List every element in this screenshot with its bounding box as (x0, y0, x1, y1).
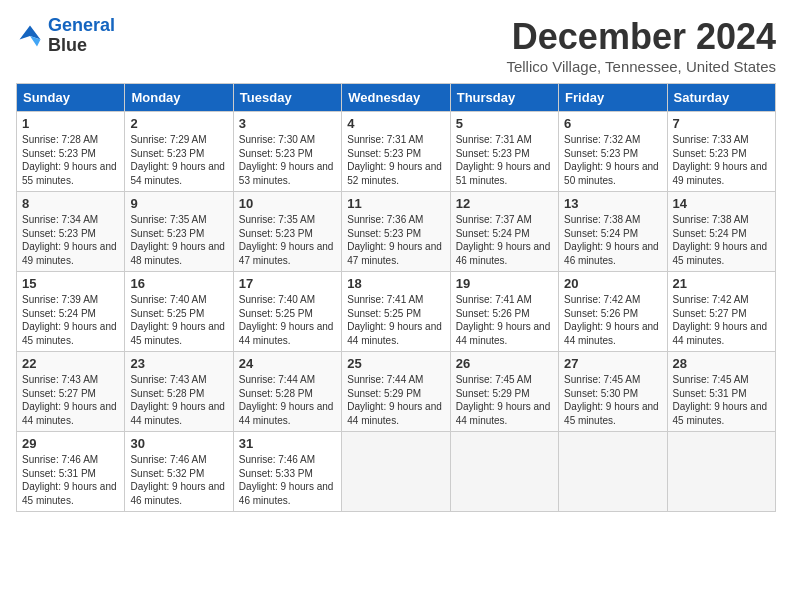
day-number: 7 (673, 116, 770, 131)
day-number: 1 (22, 116, 119, 131)
calendar-cell: 27 Sunrise: 7:45 AM Sunset: 5:30 PM Dayl… (559, 352, 667, 432)
day-info: Sunrise: 7:44 AM Sunset: 5:29 PM Dayligh… (347, 373, 444, 427)
calendar-cell: 20 Sunrise: 7:42 AM Sunset: 5:26 PM Dayl… (559, 272, 667, 352)
calendar-week-5: 29 Sunrise: 7:46 AM Sunset: 5:31 PM Dayl… (17, 432, 776, 512)
day-info: Sunrise: 7:30 AM Sunset: 5:23 PM Dayligh… (239, 133, 336, 187)
col-monday: Monday (125, 84, 233, 112)
col-wednesday: Wednesday (342, 84, 450, 112)
day-number: 5 (456, 116, 553, 131)
calendar-cell: 31 Sunrise: 7:46 AM Sunset: 5:33 PM Dayl… (233, 432, 341, 512)
calendar-cell: 14 Sunrise: 7:38 AM Sunset: 5:24 PM Dayl… (667, 192, 775, 272)
day-info: Sunrise: 7:45 AM Sunset: 5:31 PM Dayligh… (673, 373, 770, 427)
calendar-cell: 9 Sunrise: 7:35 AM Sunset: 5:23 PM Dayli… (125, 192, 233, 272)
day-info: Sunrise: 7:41 AM Sunset: 5:26 PM Dayligh… (456, 293, 553, 347)
day-info: Sunrise: 7:38 AM Sunset: 5:24 PM Dayligh… (673, 213, 770, 267)
calendar-cell: 16 Sunrise: 7:40 AM Sunset: 5:25 PM Dayl… (125, 272, 233, 352)
calendar-week-1: 1 Sunrise: 7:28 AM Sunset: 5:23 PM Dayli… (17, 112, 776, 192)
calendar-cell: 17 Sunrise: 7:40 AM Sunset: 5:25 PM Dayl… (233, 272, 341, 352)
col-friday: Friday (559, 84, 667, 112)
day-info: Sunrise: 7:43 AM Sunset: 5:28 PM Dayligh… (130, 373, 227, 427)
day-info: Sunrise: 7:32 AM Sunset: 5:23 PM Dayligh… (564, 133, 661, 187)
day-info: Sunrise: 7:38 AM Sunset: 5:24 PM Dayligh… (564, 213, 661, 267)
day-number: 4 (347, 116, 444, 131)
day-number: 9 (130, 196, 227, 211)
day-number: 2 (130, 116, 227, 131)
day-info: Sunrise: 7:43 AM Sunset: 5:27 PM Dayligh… (22, 373, 119, 427)
day-number: 15 (22, 276, 119, 291)
main-container: General Blue December 2024 Tellico Villa… (0, 0, 792, 520)
day-number: 20 (564, 276, 661, 291)
calendar-cell: 29 Sunrise: 7:46 AM Sunset: 5:31 PM Dayl… (17, 432, 125, 512)
day-info: Sunrise: 7:40 AM Sunset: 5:25 PM Dayligh… (239, 293, 336, 347)
calendar-cell: 6 Sunrise: 7:32 AM Sunset: 5:23 PM Dayli… (559, 112, 667, 192)
day-number: 28 (673, 356, 770, 371)
calendar-cell: 30 Sunrise: 7:46 AM Sunset: 5:32 PM Dayl… (125, 432, 233, 512)
calendar-cell: 1 Sunrise: 7:28 AM Sunset: 5:23 PM Dayli… (17, 112, 125, 192)
day-number: 19 (456, 276, 553, 291)
day-info: Sunrise: 7:36 AM Sunset: 5:23 PM Dayligh… (347, 213, 444, 267)
svg-marker-0 (20, 25, 41, 39)
calendar-cell: 24 Sunrise: 7:44 AM Sunset: 5:28 PM Dayl… (233, 352, 341, 432)
day-number: 16 (130, 276, 227, 291)
day-info: Sunrise: 7:37 AM Sunset: 5:24 PM Dayligh… (456, 213, 553, 267)
day-info: Sunrise: 7:45 AM Sunset: 5:30 PM Dayligh… (564, 373, 661, 427)
calendar-cell: 15 Sunrise: 7:39 AM Sunset: 5:24 PM Dayl… (17, 272, 125, 352)
day-info: Sunrise: 7:34 AM Sunset: 5:23 PM Dayligh… (22, 213, 119, 267)
calendar-cell (450, 432, 558, 512)
day-number: 10 (239, 196, 336, 211)
day-info: Sunrise: 7:31 AM Sunset: 5:23 PM Dayligh… (347, 133, 444, 187)
day-number: 12 (456, 196, 553, 211)
day-info: Sunrise: 7:42 AM Sunset: 5:27 PM Dayligh… (673, 293, 770, 347)
logo-icon (16, 22, 44, 50)
day-number: 13 (564, 196, 661, 211)
location-subtitle: Tellico Village, Tennessee, United State… (506, 58, 776, 75)
day-info: Sunrise: 7:35 AM Sunset: 5:23 PM Dayligh… (239, 213, 336, 267)
calendar-cell: 23 Sunrise: 7:43 AM Sunset: 5:28 PM Dayl… (125, 352, 233, 432)
col-saturday: Saturday (667, 84, 775, 112)
day-number: 6 (564, 116, 661, 131)
month-title: December 2024 (506, 16, 776, 58)
calendar-cell: 25 Sunrise: 7:44 AM Sunset: 5:29 PM Dayl… (342, 352, 450, 432)
calendar-cell (342, 432, 450, 512)
calendar-cell: 18 Sunrise: 7:41 AM Sunset: 5:25 PM Dayl… (342, 272, 450, 352)
day-info: Sunrise: 7:45 AM Sunset: 5:29 PM Dayligh… (456, 373, 553, 427)
col-tuesday: Tuesday (233, 84, 341, 112)
calendar-cell: 21 Sunrise: 7:42 AM Sunset: 5:27 PM Dayl… (667, 272, 775, 352)
day-info: Sunrise: 7:28 AM Sunset: 5:23 PM Dayligh… (22, 133, 119, 187)
day-info: Sunrise: 7:29 AM Sunset: 5:23 PM Dayligh… (130, 133, 227, 187)
calendar-cell: 19 Sunrise: 7:41 AM Sunset: 5:26 PM Dayl… (450, 272, 558, 352)
day-number: 27 (564, 356, 661, 371)
day-number: 25 (347, 356, 444, 371)
day-info: Sunrise: 7:39 AM Sunset: 5:24 PM Dayligh… (22, 293, 119, 347)
logo: General Blue (16, 16, 115, 56)
day-info: Sunrise: 7:35 AM Sunset: 5:23 PM Dayligh… (130, 213, 227, 267)
day-number: 31 (239, 436, 336, 451)
calendar-week-2: 8 Sunrise: 7:34 AM Sunset: 5:23 PM Dayli… (17, 192, 776, 272)
logo-text: General Blue (48, 16, 115, 56)
calendar-cell: 4 Sunrise: 7:31 AM Sunset: 5:23 PM Dayli… (342, 112, 450, 192)
header: General Blue December 2024 Tellico Villa… (16, 16, 776, 75)
calendar-cell: 7 Sunrise: 7:33 AM Sunset: 5:23 PM Dayli… (667, 112, 775, 192)
calendar-cell: 28 Sunrise: 7:45 AM Sunset: 5:31 PM Dayl… (667, 352, 775, 432)
day-number: 22 (22, 356, 119, 371)
calendar-cell: 12 Sunrise: 7:37 AM Sunset: 5:24 PM Dayl… (450, 192, 558, 272)
day-info: Sunrise: 7:33 AM Sunset: 5:23 PM Dayligh… (673, 133, 770, 187)
day-info: Sunrise: 7:41 AM Sunset: 5:25 PM Dayligh… (347, 293, 444, 347)
day-number: 29 (22, 436, 119, 451)
day-number: 24 (239, 356, 336, 371)
day-number: 23 (130, 356, 227, 371)
day-number: 11 (347, 196, 444, 211)
day-info: Sunrise: 7:46 AM Sunset: 5:33 PM Dayligh… (239, 453, 336, 507)
calendar-cell: 22 Sunrise: 7:43 AM Sunset: 5:27 PM Dayl… (17, 352, 125, 432)
day-info: Sunrise: 7:40 AM Sunset: 5:25 PM Dayligh… (130, 293, 227, 347)
calendar-cell (559, 432, 667, 512)
day-number: 26 (456, 356, 553, 371)
calendar-cell: 5 Sunrise: 7:31 AM Sunset: 5:23 PM Dayli… (450, 112, 558, 192)
day-info: Sunrise: 7:44 AM Sunset: 5:28 PM Dayligh… (239, 373, 336, 427)
day-number: 3 (239, 116, 336, 131)
day-info: Sunrise: 7:31 AM Sunset: 5:23 PM Dayligh… (456, 133, 553, 187)
day-info: Sunrise: 7:42 AM Sunset: 5:26 PM Dayligh… (564, 293, 661, 347)
calendar-cell: 11 Sunrise: 7:36 AM Sunset: 5:23 PM Dayl… (342, 192, 450, 272)
calendar-cell: 8 Sunrise: 7:34 AM Sunset: 5:23 PM Dayli… (17, 192, 125, 272)
col-thursday: Thursday (450, 84, 558, 112)
